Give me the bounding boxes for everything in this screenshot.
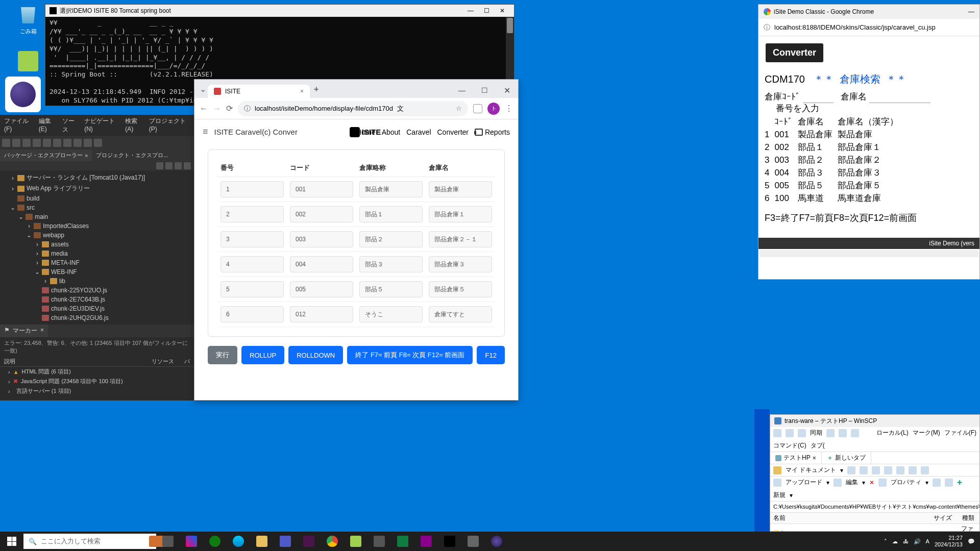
tree-webapp-folder[interactable]: webapp bbox=[43, 232, 64, 239]
tree-webinf[interactable]: WEB-INF bbox=[51, 268, 77, 276]
taskview-button[interactable] bbox=[156, 532, 180, 551]
edit-button[interactable]: 編集 bbox=[846, 478, 858, 487]
tab-markers[interactable]: ⚑マーカー× bbox=[0, 324, 48, 337]
reports-link[interactable]: Reports bbox=[475, 128, 510, 136]
marker-row[interactable]: HTML 問題 (6 項目) bbox=[22, 368, 71, 375]
menu-local[interactable]: ローカル(L) bbox=[876, 429, 909, 437]
cell-input[interactable] bbox=[290, 256, 353, 272]
col-path[interactable]: パ bbox=[184, 358, 190, 365]
package-tree[interactable]: ›サーバー・ランタイム [Tomcat10 (Java17)] ›Web App… bbox=[0, 170, 194, 324]
close-icon[interactable]: × bbox=[85, 153, 88, 159]
cell-input[interactable] bbox=[290, 181, 353, 197]
back-button[interactable]: ← bbox=[200, 104, 208, 113]
cell-input[interactable] bbox=[359, 281, 423, 297]
eclipse-toolbar[interactable] bbox=[0, 136, 194, 149]
tree-lib[interactable]: lib bbox=[59, 278, 65, 285]
new-button[interactable]: 新規 bbox=[773, 491, 786, 499]
tree-imported[interactable]: ImportedClasses bbox=[43, 222, 89, 230]
cell-input[interactable] bbox=[220, 256, 284, 272]
col-resource[interactable]: リソース bbox=[152, 358, 174, 365]
onedrive-icon[interactable]: ☁ bbox=[892, 538, 898, 545]
classic-titlebar[interactable]: iSite Demo Classic - Google Chrome — bbox=[758, 5, 979, 19]
cell-input[interactable] bbox=[220, 181, 284, 197]
hamburger-icon[interactable]: ≡ bbox=[203, 127, 208, 137]
xbox-button[interactable] bbox=[203, 532, 227, 551]
nav-home[interactable]: Home bbox=[356, 128, 375, 136]
recycle-bin[interactable]: ごみ箱 bbox=[10, 5, 46, 35]
menu-file[interactable]: ファイル(F) bbox=[944, 429, 976, 437]
new-tab-button[interactable]: + bbox=[310, 81, 323, 98]
app-button[interactable] bbox=[414, 532, 438, 551]
cell-input[interactable] bbox=[290, 281, 353, 297]
translate-icon[interactable]: 文 bbox=[397, 104, 404, 113]
chrome-button[interactable] bbox=[321, 532, 344, 551]
cell-input[interactable] bbox=[359, 206, 423, 222]
notepad-plus-icon[interactable] bbox=[10, 51, 46, 73]
maximize-button[interactable]: ☐ bbox=[473, 83, 496, 98]
close-icon[interactable]: × bbox=[813, 455, 816, 462]
f12-button[interactable]: F12 bbox=[477, 346, 504, 364]
explorer-toolbar[interactable] bbox=[0, 161, 194, 170]
tree-file[interactable]: chunk-225YO2UO.js bbox=[51, 287, 107, 294]
menu-cmd[interactable]: コマンド(C) bbox=[773, 441, 806, 450]
tab-project-explorer[interactable]: プロジェクト・エクスプロ... bbox=[92, 149, 172, 161]
rolldown-button[interactable]: ROLLDOWN bbox=[288, 346, 343, 364]
menu-source[interactable]: ソース bbox=[62, 117, 79, 134]
cell-input[interactable] bbox=[290, 206, 353, 222]
tree-assets[interactable]: assets bbox=[51, 241, 69, 248]
name-input[interactable] bbox=[869, 94, 930, 103]
tree-file[interactable]: chunk-2EU3DIEV.js bbox=[51, 305, 105, 312]
taskbar-search[interactable]: 🔍 ここに入力して検索 bbox=[23, 534, 156, 549]
cell-input[interactable] bbox=[359, 256, 423, 272]
reload-button[interactable]: ⟳ bbox=[226, 104, 233, 113]
new-session-tab[interactable]: ＋新しいタブ bbox=[822, 452, 871, 464]
cell-input[interactable] bbox=[429, 231, 492, 247]
cell-input[interactable] bbox=[290, 231, 353, 247]
cell-input[interactable] bbox=[220, 206, 284, 222]
tree-file[interactable]: chunk-2UHQ2GU6.js bbox=[51, 314, 109, 321]
cell-input[interactable] bbox=[359, 231, 423, 247]
cell-input[interactable] bbox=[429, 256, 492, 272]
tree-file[interactable]: chunk-2E7C643B.js bbox=[51, 296, 105, 303]
folder-select[interactable]: マイ ドキュメント bbox=[786, 466, 836, 474]
forward-button[interactable]: → bbox=[213, 104, 221, 113]
cell-input[interactable] bbox=[220, 281, 284, 297]
winscp-toolbar[interactable]: 同期 ローカル(L) マーク(M) ファイル(F) コマンド(C) タブ( bbox=[770, 427, 979, 452]
profile-avatar[interactable]: ト bbox=[487, 103, 500, 115]
sync-button[interactable]: 同期 bbox=[810, 429, 822, 437]
menu-file[interactable]: ファイル(F) bbox=[4, 117, 34, 134]
tree-media[interactable]: media bbox=[51, 250, 68, 257]
rollup-button[interactable]: ROLLUP bbox=[241, 346, 284, 364]
session-tab[interactable]: テストHP× bbox=[770, 452, 822, 464]
nav-converter[interactable]: Converter bbox=[437, 128, 469, 136]
props-button[interactable]: プロパティ bbox=[891, 478, 921, 487]
exec-button[interactable]: 実行 bbox=[208, 346, 237, 364]
maximize-button[interactable]: ☐ bbox=[484, 7, 489, 14]
address-bar[interactable]: ⓘ localhost/isiteDemo/home/display-file/… bbox=[238, 101, 468, 116]
volume-icon[interactable]: 🔊 bbox=[914, 538, 921, 545]
winscp-path[interactable]: C:¥Users¥ksugita¥Documents¥HP¥WEBサイト¥テスト… bbox=[770, 502, 979, 513]
cell-input[interactable] bbox=[429, 181, 492, 197]
menu-mark[interactable]: マーク(M) bbox=[913, 429, 940, 437]
nav-about[interactable]: About bbox=[382, 128, 401, 136]
excel-button[interactable] bbox=[391, 532, 414, 551]
close-icon[interactable]: × bbox=[40, 327, 44, 335]
slack-button[interactable] bbox=[297, 532, 321, 551]
browser-tab[interactable]: ISITE × bbox=[208, 85, 310, 98]
menu-navigate[interactable]: ナビゲート(N) bbox=[84, 117, 120, 134]
winscp-nav-toolbar[interactable]: マイ ドキュメント▾ bbox=[770, 464, 979, 477]
extensions-icon[interactable] bbox=[473, 104, 482, 113]
close-button[interactable]: ✕ bbox=[500, 7, 505, 14]
tree-webapp-lib[interactable]: Web App ライブラリー bbox=[27, 184, 90, 193]
col-description[interactable]: 説明 bbox=[4, 358, 152, 365]
tree-main[interactable]: main bbox=[35, 213, 48, 220]
close-tab-icon[interactable]: × bbox=[300, 88, 304, 95]
site-info-icon[interactable]: ⓘ bbox=[244, 104, 251, 113]
edge-button[interactable] bbox=[227, 532, 250, 551]
ime-indicator[interactable]: A bbox=[926, 538, 929, 544]
network-icon[interactable]: 🖧 bbox=[903, 538, 909, 544]
tree-build[interactable]: build bbox=[27, 195, 39, 202]
cell-input[interactable] bbox=[429, 206, 492, 222]
start-button[interactable] bbox=[0, 532, 23, 551]
bookmark-icon[interactable]: ☆ bbox=[456, 105, 462, 112]
